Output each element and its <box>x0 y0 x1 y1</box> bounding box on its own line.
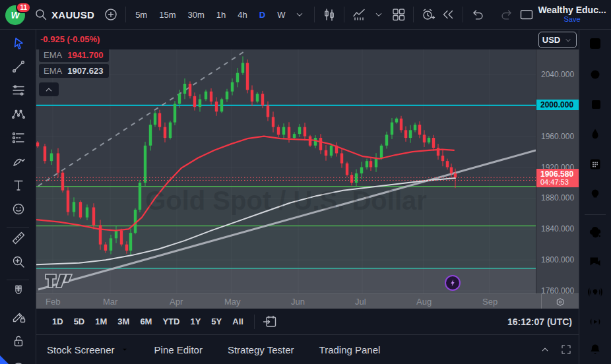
indicators-icon <box>351 7 367 22</box>
panel-tab-stock-screener[interactable]: Stock Screener <box>47 344 129 355</box>
compare-add-symbol-button[interactable] <box>101 4 121 25</box>
bar-replay-button[interactable] <box>438 4 458 25</box>
notes-panel[interactable] <box>586 95 604 113</box>
prediction-tool[interactable] <box>9 129 28 147</box>
undo-button[interactable] <box>468 4 488 25</box>
price-chart[interactable] <box>36 49 536 293</box>
brush-tool[interactable] <box>9 152 28 171</box>
calendar-panel[interactable] <box>586 155 604 173</box>
bulb-icon <box>587 187 603 202</box>
range-1y[interactable]: 1Y <box>185 313 206 330</box>
indicator-legend-1[interactable]: EMA1907.623 <box>39 64 109 78</box>
flame-icon <box>587 127 603 142</box>
timeframe-30m[interactable]: 30m <box>183 5 209 24</box>
range-ytd[interactable]: YTD <box>157 313 185 330</box>
notifications-panel[interactable] <box>586 340 604 359</box>
timeframe-menu-button[interactable] <box>290 4 309 25</box>
measure-tool[interactable] <box>9 229 28 247</box>
xabcd-pattern-tool[interactable] <box>9 105 28 123</box>
trend-line-tool[interactable] <box>9 57 28 76</box>
notes-icon <box>587 96 603 112</box>
save-layout-link[interactable]: Save <box>563 15 580 24</box>
alerts-panel[interactable] <box>586 65 604 83</box>
range-all[interactable]: All <box>227 313 249 330</box>
ruler-icon <box>11 230 26 246</box>
top-toolbar: W 11 XAUUSD 5m15m30m1h4hDW <box>0 0 611 30</box>
toolbar-divider <box>314 7 315 22</box>
panel-tab-trading-panel[interactable]: Trading Panel <box>319 344 381 355</box>
chart-style-button[interactable] <box>319 4 339 25</box>
text-tool[interactable] <box>9 176 28 195</box>
bulbwaves-icon <box>587 284 603 300</box>
chat-panel[interactable] <box>586 253 604 271</box>
right-sidebar <box>579 30 611 364</box>
range-5y[interactable]: 5Y <box>206 313 227 330</box>
create-alert-button[interactable] <box>418 4 438 25</box>
currency-toggle-button[interactable]: USD <box>538 32 577 48</box>
symbol-search-button[interactable]: XAUUSD <box>51 9 94 20</box>
drawing-mode-lock[interactable] <box>9 307 28 326</box>
live-panel[interactable] <box>586 313 604 331</box>
search-icon[interactable] <box>33 7 49 22</box>
panel-expand-chevron-icon[interactable] <box>539 344 551 355</box>
emoji-tool[interactable] <box>9 200 28 218</box>
fib-retracement-tool[interactable] <box>9 81 28 100</box>
legend-collapse-button[interactable] <box>39 82 59 96</box>
hotlists-panel[interactable] <box>586 125 604 144</box>
timeframe-4h[interactable]: 4h <box>233 5 251 24</box>
sidebar-divider <box>585 214 606 215</box>
lock-all-drawings[interactable] <box>9 332 28 350</box>
user-menu-button[interactable]: W 11 <box>5 3 28 26</box>
tradingview-logo-watermark <box>44 271 73 291</box>
range-6m[interactable]: 6M <box>135 313 157 330</box>
go-to-date-button[interactable] <box>260 311 280 332</box>
magnet-icon <box>11 283 26 299</box>
timeframe-1h[interactable]: 1h <box>212 5 230 24</box>
indicators-button[interactable] <box>349 4 369 25</box>
indicator-templates-button[interactable] <box>369 4 389 25</box>
hidden-partial-tool[interactable] <box>9 353 28 364</box>
fullscreen-icon[interactable] <box>560 344 572 355</box>
panel-tabs: Stock ScreenerPine EditorStrategy Tester… <box>47 344 405 355</box>
minds-panel[interactable] <box>586 223 604 241</box>
panel-tab-pine-editor[interactable]: Pine Editor <box>154 344 203 355</box>
screenshot-button[interactable] <box>517 4 536 25</box>
layout-name-button[interactable]: Wealthy Educ... Save <box>538 5 606 24</box>
lightning-icon <box>447 278 458 288</box>
layout-menu-button[interactable] <box>608 4 611 25</box>
layout-grid-button[interactable] <box>389 4 408 25</box>
time-axis[interactable]: FebMarAprMayJunJulAugSep <box>36 293 579 309</box>
indicator-legend-0[interactable]: EMA1941.700 <box>39 48 109 62</box>
toolbar-divider <box>344 7 344 22</box>
screenshot-rect-icon <box>519 7 534 22</box>
cursor-tool[interactable] <box>9 34 28 53</box>
ideas-panel[interactable] <box>586 185 604 204</box>
range-1d[interactable]: 1D <box>47 313 69 330</box>
timeframe-5m[interactable]: 5m <box>131 5 152 24</box>
price-axis[interactable]: 2040.0002000.0001960.0001920.0001880.000… <box>536 49 579 293</box>
redo-button[interactable] <box>497 4 517 25</box>
panel-tab-strategy-tester[interactable]: Strategy Tester <box>228 344 294 355</box>
price-tick-label: 2040.000 <box>541 70 574 79</box>
timeframe-D[interactable]: D <box>255 5 270 24</box>
magnet-mode[interactable] <box>9 282 28 300</box>
toolbar-divider <box>463 7 463 22</box>
streams-panel[interactable] <box>586 283 604 301</box>
timeframe-W[interactable]: W <box>273 5 290 24</box>
zoom-in-tool[interactable] <box>9 253 28 271</box>
axis-settings-button[interactable] <box>541 294 579 309</box>
range-1m[interactable]: 1M <box>90 313 112 330</box>
replay-rewind-icon <box>440 7 456 22</box>
candlestick-icon <box>321 7 337 22</box>
pencil-lock-icon <box>11 309 26 324</box>
month-label-may: May <box>224 297 241 307</box>
clock-utc[interactable]: 16:12:07 (UTC) <box>507 309 572 334</box>
range-3m[interactable]: 3M <box>112 313 135 330</box>
range-5d[interactable]: 5D <box>69 313 90 330</box>
month-label-feb: Feb <box>46 297 60 307</box>
timeframe-15m[interactable]: 15m <box>154 5 180 24</box>
chevron-up-icon <box>43 84 55 96</box>
watchlist-panel[interactable] <box>586 34 604 53</box>
lightning-event-badge[interactable] <box>445 275 461 291</box>
alarm-icon <box>587 66 603 82</box>
